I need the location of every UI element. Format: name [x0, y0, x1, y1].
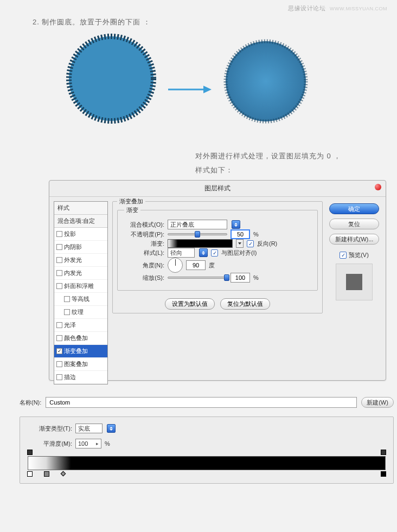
style-checkbox[interactable] [64, 296, 70, 302]
style-item-描边[interactable]: 描边 [54, 371, 107, 384]
style-item-外发光[interactable]: 外发光 [54, 254, 107, 267]
style-item-内发光[interactable]: 内发光 [54, 267, 107, 280]
blend-options-row[interactable]: 混合选项:自定 [54, 215, 107, 228]
gradient-type-dropdown[interactable]: 实底 [75, 424, 103, 433]
align-checkbox[interactable] [211, 249, 218, 257]
midpoint-stop[interactable] [61, 471, 66, 477]
smoothness-input[interactable]: 100 [75, 439, 101, 448]
dropdown-stepper-icon[interactable] [232, 220, 240, 229]
dropdown-stepper-icon[interactable] [199, 248, 208, 257]
style-item-投影[interactable]: 投影 [54, 228, 107, 241]
style-item-光泽[interactable]: 光泽 [54, 319, 107, 332]
scale-suffix: % [253, 274, 259, 281]
smoothness-suffix: % [105, 440, 110, 447]
style-checkbox[interactable] [56, 348, 62, 354]
reverse-checkbox[interactable] [247, 240, 254, 247]
close-icon[interactable] [375, 184, 381, 190]
style-checkbox[interactable] [64, 309, 70, 315]
style-item-label: 纹理 [72, 308, 84, 316]
style-item-label: 图案叠加 [64, 360, 88, 368]
svg-marker-3 [203, 86, 212, 93]
name-label: 名称(N): [20, 399, 41, 407]
cancel-button[interactable]: 复位 [329, 219, 379, 229]
angle-label: 角度(N): [122, 261, 164, 270]
set-default-button[interactable]: 设置为默认值 [165, 298, 215, 310]
arrow-icon [168, 84, 212, 95]
style-item-label: 描边 [64, 373, 76, 381]
circle-right-shaded [222, 38, 309, 125]
preview-checkbox[interactable] [340, 252, 347, 259]
name-input[interactable] [46, 397, 357, 408]
style-checkbox[interactable] [56, 374, 62, 380]
gradient-bar-wrap [28, 456, 386, 470]
smoothness-label: 平滑度(M): [28, 440, 72, 448]
blend-mode-label: 混合模式(O): [122, 221, 164, 229]
gradient-label: 渐变: [122, 240, 164, 248]
watermark-text: 思缘设计论坛 [288, 5, 325, 11]
align-label: 与图层对齐(I) [221, 249, 257, 257]
style-checkbox[interactable] [56, 257, 62, 263]
color-stop-mid[interactable] [44, 471, 49, 477]
watermark: 思缘设计论坛 WWW.MISSYUAN.COM [288, 4, 387, 12]
style-item-纹理[interactable]: 纹理 [54, 306, 107, 319]
style-checkbox[interactable] [56, 283, 62, 289]
preview-label-text: 预览(V) [349, 251, 369, 259]
style-item-图案叠加[interactable]: 图案叠加 [54, 358, 107, 371]
style-item-渐变叠加[interactable]: 渐变叠加 [54, 345, 107, 358]
style-item-等高线[interactable]: 等高线 [54, 293, 107, 306]
opacity-slider[interactable] [168, 233, 227, 235]
scale-label: 缩放(S): [122, 274, 164, 282]
circle-left-dashed [65, 33, 157, 125]
style-item-颜色叠加[interactable]: 颜色叠加 [54, 332, 107, 345]
opacity-label: 不透明度(P): [122, 230, 164, 239]
style-item-label: 斜面和浮雕 [64, 282, 94, 290]
angle-input[interactable] [186, 260, 206, 270]
opacity-stop-right[interactable] [381, 450, 386, 455]
new-gradient-button[interactable]: 新建(W) [361, 397, 394, 408]
gradient-bar[interactable] [28, 456, 386, 470]
opacity-row: 不透明度(P): % [122, 229, 313, 239]
blend-mode-dropdown[interactable]: 正片叠底 [168, 220, 227, 229]
preview-box [336, 264, 373, 300]
reset-default-button[interactable]: 复位为默认值 [220, 298, 270, 310]
style-dropdown[interactable]: 径向 [168, 248, 195, 258]
style-label: 样式(L): [122, 249, 164, 257]
opacity-stop-left[interactable] [27, 450, 33, 455]
style-checkbox[interactable] [56, 270, 62, 276]
scale-slider[interactable] [168, 277, 227, 279]
color-stop-left[interactable] [27, 471, 33, 477]
watermark-url: WWW.MISSYUAN.COM [330, 6, 387, 11]
angle-dial[interactable] [168, 258, 183, 273]
styles-header[interactable]: 样式 [54, 202, 107, 215]
style-checkbox[interactable] [56, 335, 62, 341]
gradient-dropdown-icon[interactable] [236, 239, 244, 248]
ok-button[interactable]: 确定 [329, 203, 379, 214]
dropdown-stepper-icon[interactable] [107, 424, 116, 433]
layer-style-dialog: 图层样式 样式 混合选项:自定 投影内阴影外发光内发光斜面和浮雕等高线纹理光泽颜… [49, 180, 386, 381]
inner-title: 渐变 [124, 206, 140, 214]
gradient-editor-panel: 名称(N): 新建(W) 渐变类型(T): 实底 平滑度(M): 100 % [20, 397, 394, 484]
scale-input[interactable] [230, 273, 250, 283]
gradient-type-label: 渐变类型(T): [28, 425, 72, 433]
style-checkbox[interactable] [56, 322, 62, 328]
right-buttons-panel: 确定 复位 新建样式(W)... 预览(V) [327, 201, 381, 384]
reverse-label: 反向(R) [257, 240, 277, 248]
sub-instruction: 对外圈进行样式处理，设置图层填充为 0 ， 样式如下： [195, 149, 341, 177]
options-panel: 渐变叠加 渐变 混合模式(O): 正片叠底 不透明度(P): % [112, 201, 323, 384]
angle-row: 角度(N): 度 [122, 258, 313, 273]
style-checkbox[interactable] [56, 361, 62, 367]
scale-row: 缩放(S): % [122, 273, 313, 283]
gradient-preview[interactable] [168, 239, 233, 248]
style-item-label: 外发光 [64, 256, 82, 264]
style-item-斜面和浮雕[interactable]: 斜面和浮雕 [54, 280, 107, 293]
group-title: 渐变叠加 [117, 197, 145, 206]
style-item-label: 颜色叠加 [64, 334, 88, 342]
opacity-input[interactable] [230, 229, 250, 239]
style-checkbox[interactable] [56, 244, 62, 250]
style-item-内阴影[interactable]: 内阴影 [54, 241, 107, 254]
style-item-label: 光泽 [64, 321, 76, 329]
color-stop-right[interactable] [381, 471, 386, 477]
new-style-button[interactable]: 新建样式(W)... [329, 234, 379, 245]
instruction-text: 2. 制作圆底。放置于外圈的下面 ： [33, 17, 151, 27]
style-checkbox[interactable] [56, 231, 62, 237]
